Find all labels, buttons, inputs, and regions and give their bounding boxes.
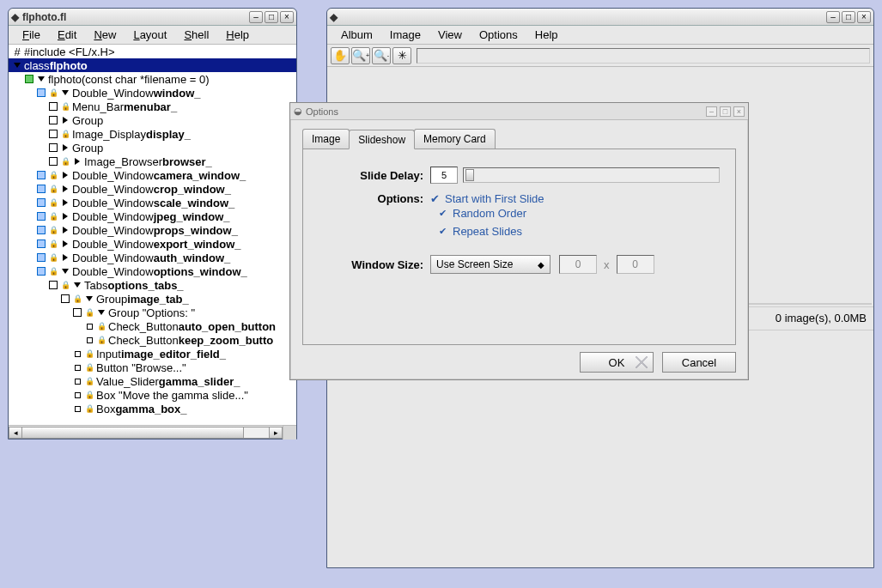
slider-thumb[interactable] bbox=[465, 169, 474, 181]
menu-new[interactable]: New bbox=[85, 27, 125, 43]
tree-row[interactable]: 🔒Check_Button keep_zoom_butto bbox=[9, 333, 296, 347]
scroll-left-icon[interactable]: ◂ bbox=[9, 427, 22, 439]
scroll-track[interactable] bbox=[22, 427, 269, 439]
check-repeat-box[interactable]: ✔ bbox=[437, 227, 447, 237]
lock-icon: 🔒 bbox=[48, 88, 58, 98]
zoom-out-icon[interactable]: 🔍- bbox=[372, 47, 391, 64]
window-size-select[interactable]: Use Screen Size ◆ bbox=[430, 255, 550, 274]
tree-row[interactable]: Group bbox=[9, 113, 296, 127]
fluid-titlebar[interactable]: ◆ flphoto.fl – □ × bbox=[9, 9, 296, 26]
tree-row[interactable]: ##include <FL/x.H> bbox=[9, 45, 296, 58]
tree-row[interactable]: 🔒Double_Window jpeg_window_ bbox=[9, 209, 296, 223]
widget-icon bbox=[48, 129, 58, 139]
tab-memory-card[interactable]: Memory Card bbox=[414, 129, 496, 149]
menu-layout[interactable]: Layout bbox=[125, 27, 175, 43]
tree-row[interactable]: 🔒Input image_editor_field_ bbox=[9, 347, 296, 361]
tab-image[interactable]: Image bbox=[302, 129, 350, 149]
tree-type: Image_Display bbox=[72, 128, 146, 141]
window-icon bbox=[36, 197, 46, 208]
check-random[interactable]: Random Order bbox=[453, 207, 526, 220]
minimize-button[interactable]: – bbox=[706, 106, 717, 117]
tab-slideshow[interactable]: Slideshow bbox=[349, 130, 415, 149]
scroll-thumb[interactable] bbox=[22, 427, 244, 438]
tree-row[interactable]: 🔒Box gamma_box_ bbox=[9, 402, 296, 415]
tree-row[interactable]: 🔒Box "Move the gamma slide..." bbox=[9, 388, 296, 402]
tree-row[interactable]: 🔒Double_Window scale_window_ bbox=[9, 196, 296, 209]
menu-edit[interactable]: Edit bbox=[49, 27, 85, 43]
maximize-button[interactable]: □ bbox=[720, 106, 731, 117]
expand-icon bbox=[60, 211, 70, 221]
menu-help[interactable]: Help bbox=[526, 27, 567, 43]
menu-image[interactable]: Image bbox=[381, 27, 429, 43]
tree-type: Double_Window bbox=[72, 169, 154, 182]
tree-row[interactable]: 🔒Double_Window export_window_ bbox=[9, 237, 296, 251]
tree-row[interactable]: Group bbox=[9, 141, 296, 155]
tree-type: Tabs bbox=[84, 279, 107, 292]
close-button[interactable]: × bbox=[857, 11, 871, 23]
options-titlebar[interactable]: ◒ Options – □ × bbox=[290, 103, 748, 120]
tree-row[interactable]: flphoto(const char *filename = 0) bbox=[9, 72, 296, 86]
close-button[interactable]: × bbox=[280, 11, 294, 23]
tree-row[interactable]: 🔒Double_Window camera_window_ bbox=[9, 168, 296, 182]
cancel-button[interactable]: Cancel bbox=[662, 352, 736, 373]
menu-album[interactable]: Album bbox=[332, 27, 381, 43]
tree-row[interactable]: 🔒Double_Window window_ bbox=[9, 86, 296, 100]
window-size-value: Use Screen Size bbox=[436, 258, 513, 270]
check-repeat[interactable]: Repeat Slides bbox=[453, 225, 522, 238]
window-icon bbox=[36, 184, 46, 194]
check-random-box[interactable]: ✔ bbox=[437, 209, 447, 219]
tree-row[interactable]: 🔒Double_Window auth_window_ bbox=[9, 251, 296, 264]
widget-icon bbox=[72, 376, 82, 386]
widget-icon bbox=[48, 115, 58, 125]
collapse-icon bbox=[96, 307, 106, 318]
ok-button[interactable]: OK bbox=[580, 352, 654, 373]
maximize-button[interactable]: □ bbox=[265, 11, 278, 23]
minimize-button[interactable]: – bbox=[249, 11, 263, 23]
pan-icon[interactable]: ✋ bbox=[331, 47, 350, 64]
tree-row[interactable]: 🔒Image_Display display_ bbox=[9, 127, 296, 141]
tree-row[interactable]: 🔒Check_Button auto_open_button bbox=[9, 319, 296, 333]
slideshow-icon[interactable]: ✳ bbox=[392, 47, 411, 64]
slide-delay-input[interactable] bbox=[430, 167, 458, 184]
app-titlebar[interactable]: ◆ – □ × bbox=[327, 9, 873, 26]
fluid-window: ◆ flphoto.fl – □ × File Edit New Layout … bbox=[8, 8, 297, 439]
tree-row[interactable]: 🔒Double_Window props_window_ bbox=[9, 223, 296, 237]
check-first-slide[interactable]: Start with First Slide bbox=[445, 192, 544, 205]
tree-row[interactable]: 🔒Button "Browse..." bbox=[9, 361, 296, 374]
menu-shell[interactable]: Shell bbox=[175, 27, 217, 43]
menu-help[interactable]: Help bbox=[217, 27, 258, 43]
maximize-button[interactable]: □ bbox=[842, 11, 855, 23]
tree-row[interactable]: 🔒Group "Options: " bbox=[9, 306, 296, 319]
zoom-in-icon[interactable]: 🔍+ bbox=[351, 47, 370, 64]
collapse-icon bbox=[12, 60, 22, 70]
lock-icon: 🔒 bbox=[72, 294, 82, 304]
tree-row[interactable]: 🔒Value_Slider gamma_slider_ bbox=[9, 374, 296, 388]
close-button[interactable]: × bbox=[733, 106, 745, 117]
tree-row[interactable]: 🔒Tabs options_tabs_ bbox=[9, 278, 296, 292]
tree-type: Double_Window bbox=[72, 87, 154, 100]
menu-view[interactable]: View bbox=[429, 27, 471, 43]
tree-row[interactable]: 🔒Group image_tab_ bbox=[9, 292, 296, 306]
window-icon bbox=[36, 239, 46, 249]
window-icon bbox=[36, 88, 46, 98]
tree-row[interactable]: class flphoto bbox=[9, 58, 296, 72]
lock-icon: 🔒 bbox=[60, 129, 70, 139]
tree-row[interactable]: 🔒Double_Window crop_window_ bbox=[9, 182, 296, 196]
width-input bbox=[559, 255, 597, 274]
window-icon bbox=[36, 170, 46, 180]
menu-file[interactable]: File bbox=[14, 27, 49, 43]
fluid-title: flphoto.fl bbox=[22, 11, 66, 23]
hscroll[interactable]: ◂ ▸ bbox=[9, 425, 296, 439]
tree-text: Group bbox=[72, 114, 103, 127]
widget-tree[interactable]: ##include <FL/x.H>class flphotoflphoto(c… bbox=[9, 45, 296, 425]
menu-options[interactable]: Options bbox=[471, 27, 526, 43]
tree-row[interactable]: 🔒Image_Browser browser_ bbox=[9, 155, 296, 168]
tree-row[interactable]: 🔒Double_Window options_window_ bbox=[9, 264, 296, 278]
lock-icon: 🔒 bbox=[96, 321, 106, 331]
minimize-button[interactable]: – bbox=[826, 11, 840, 23]
slide-delay-slider[interactable] bbox=[463, 167, 720, 183]
include-icon: # bbox=[12, 46, 22, 57]
check-first-slide-box[interactable]: ✔ bbox=[430, 192, 440, 205]
scroll-right-icon[interactable]: ▸ bbox=[269, 427, 283, 439]
tree-row[interactable]: 🔒Menu_Bar menubar_ bbox=[9, 100, 296, 113]
